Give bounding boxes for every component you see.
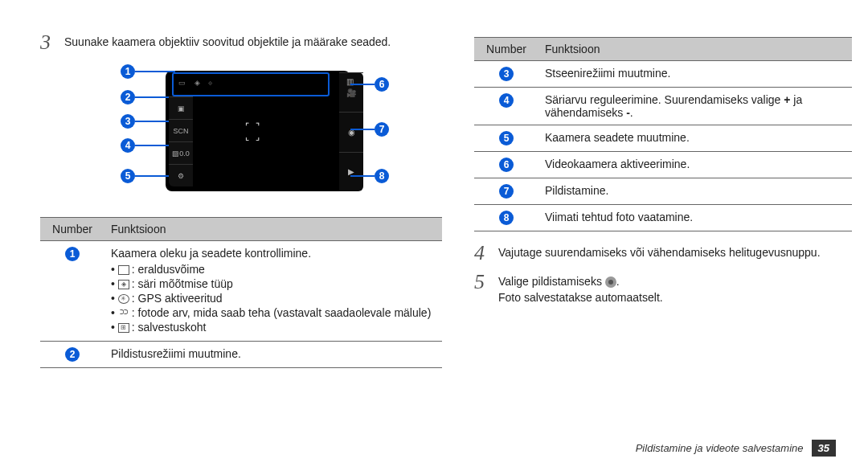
panel-ev-icon: ▨0.0 — [169, 141, 193, 164]
bullet-item: ƆƆ: fotode arv, mida saab teha (vastaval… — [111, 306, 436, 319]
row-number-cell: 6 — [474, 152, 538, 178]
resolution-icon — [118, 265, 129, 275]
footer-section-title: Pildistamine ja videote salvestamine — [636, 442, 804, 454]
panel-ev-value: 0.0 — [179, 149, 190, 158]
number-badge-3: 3 — [499, 67, 514, 81]
row-function-cell: Säriarvu reguleerimine. Suurendamiseks v… — [538, 88, 852, 125]
leader-line — [350, 84, 375, 85]
camera-left-panel: ▣ SCN ▨0.0 ⚙ — [169, 96, 193, 186]
row4-text-c: . — [630, 106, 633, 119]
row-function-cell: Pildistamine. — [538, 178, 852, 205]
row-number-cell: 3 — [474, 61, 538, 88]
step-number: 4 — [474, 243, 490, 264]
callout-3: 3 — [121, 114, 135, 129]
number-badge-4: 4 — [499, 93, 514, 108]
number-badge-6: 6 — [499, 158, 514, 172]
step-3: 3 Suunake kaamera objektiiv soovitud obj… — [40, 32, 442, 53]
table-row: 3 Stseenirežiimi muutmine. — [474, 61, 852, 88]
header-function: Funktsioon — [104, 218, 442, 241]
step-4: 4 Vajutage suurendamiseks või vähendamis… — [474, 243, 852, 264]
leader-line — [135, 175, 169, 177]
header-function: Funktsioon — [538, 38, 852, 61]
bullet-text: : salvestuskoht — [132, 321, 207, 334]
panel-mode-icon: ▣ — [169, 96, 193, 119]
row1-bullets: : eraldusvõime ◈: säri mõõtmise tüüp ✳: … — [111, 263, 436, 334]
row-number-cell: 8 — [474, 205, 538, 231]
callout-8: 8 — [375, 169, 389, 183]
bullet-text: : fotode arv, mida saab teha (vastavalt … — [132, 306, 432, 319]
leader-line — [135, 145, 169, 146]
callout-1: 1 — [121, 64, 135, 79]
bullet-item: ⊞: salvestuskoht — [111, 321, 436, 334]
right-column: Number Funktsioon 3 Stseenirežiimi muutm… — [474, 32, 852, 368]
callout-5: 5 — [121, 169, 135, 183]
leader-line — [135, 71, 175, 72]
step-3-text: Suunake kaamera objektiiv soovitud objek… — [64, 32, 391, 51]
row-number-cell: 4 — [474, 88, 538, 125]
table-row: 6 Videokaamera aktiveerimine. — [474, 152, 852, 178]
row-function-cell: Pildistusrežiimi muutmine. — [104, 342, 442, 368]
number-badge-2: 2 — [65, 347, 80, 362]
footer-page-number: 35 — [812, 440, 836, 457]
shots-remaining-icon: ƆƆ — [118, 309, 129, 318]
right-function-table: Number Funktsioon 3 Stseenirežiimi muutm… — [474, 37, 852, 231]
step-number: 5 — [474, 272, 490, 293]
table-row: 8 Viimati tehtud foto vaatamine. — [474, 205, 852, 231]
row-function-cell: Viimati tehtud foto vaatamine. — [538, 205, 852, 231]
step-5: 5 Valige pildistamiseks . Foto salvestat… — [474, 272, 852, 305]
bullet-text: : GPS aktiveeritud — [132, 292, 223, 305]
header-number: Number — [40, 218, 104, 241]
bullet-item: ✳: GPS aktiveeritud — [111, 292, 436, 305]
bullet-text: : eraldusvõime — [132, 263, 205, 276]
number-badge-7: 7 — [499, 184, 514, 199]
table-row: 2 Pildistusrežiimi muutmine. — [40, 342, 442, 368]
focus-brackets-icon: ⌜ ⌝⌞ ⌟ — [233, 117, 273, 146]
number-badge-8: 8 — [499, 211, 514, 225]
row-function-cell: Videokaamera aktiveerimine. — [538, 152, 852, 178]
row-function-cell: Kaamera oleku ja seadete kontrollimine. … — [104, 241, 442, 342]
callout-7: 7 — [375, 122, 389, 137]
row-number-cell: 5 — [474, 125, 538, 152]
storage-icon: ⊞ — [118, 323, 129, 333]
panel-shutter-icon: ◉ — [339, 112, 363, 151]
panel-scn-label: SCN — [169, 119, 193, 141]
page-footer: Pildistamine ja videote salvestamine 35 — [636, 440, 836, 457]
table-row: 7 Pildistamine. — [474, 178, 852, 205]
camera-right-panel: 🎥 ◉ ▶ — [339, 72, 363, 191]
bullet-text: : säri mõõtmise tüüp — [132, 277, 233, 290]
row4-text-a: Säriarvu reguleerimine. Suurendamiseks v… — [545, 93, 784, 106]
left-function-table: Number Funktsioon 1 Kaamera oleku ja sea… — [40, 217, 442, 368]
status-icons: ▭ ◈ ⟐ — [178, 79, 215, 87]
step5-text-b: Foto salvestatakse automaatselt. — [498, 291, 663, 304]
page-content: 3 Suunake kaamera objektiiv soovitud obj… — [0, 0, 868, 384]
row-function-cell: Kaamera seadete muutmine. — [538, 125, 852, 152]
step-number: 3 — [40, 32, 56, 53]
callout-2: 2 — [121, 90, 135, 104]
leader-line — [135, 121, 169, 122]
header-number: Number — [474, 38, 538, 61]
table-header-row: Number Funktsioon — [474, 38, 852, 61]
gps-icon: ✳ — [118, 294, 129, 304]
left-column: 3 Suunake kaamera objektiiv soovitud obj… — [40, 32, 442, 368]
leader-line — [135, 96, 169, 98]
shutter-button-icon — [605, 276, 616, 288]
leader-line — [350, 129, 375, 130]
bullet-item: : eraldusvõime — [111, 263, 436, 276]
number-badge-1: 1 — [65, 247, 80, 261]
panel-settings-icon: ⚙ — [169, 164, 193, 186]
bullet-item: ◈: säri mõõtmise tüüp — [111, 277, 436, 290]
row-number-cell: 2 — [40, 342, 104, 368]
step-5-text: Valige pildistamiseks . Foto salvestatak… — [498, 272, 663, 305]
metering-icon: ◈ — [118, 280, 129, 289]
callout-4: 4 — [121, 138, 135, 153]
row-number-cell: 1 — [40, 241, 104, 342]
step5-text-a: Valige pildistamiseks — [498, 275, 605, 288]
camera-diagram: ▣ SCN ▨0.0 ⚙ 🎥 ◉ ▶ ▭ ◈ ⟐ ▥ ⌜ ⌝⌞ ⌟ 1 2 3 … — [88, 61, 410, 206]
table-header-row: Number Funktsioon — [40, 218, 442, 241]
row-function-cell: Stseenirežiimi muutmine. — [538, 61, 852, 88]
leader-line — [350, 175, 375, 177]
table-row: 5 Kaamera seadete muutmine. — [474, 125, 852, 152]
table-row: 4 Säriarvu reguleerimine. Suurendamiseks… — [474, 88, 852, 125]
step-4-text: Vajutage suurendamiseks või vähendamisek… — [498, 243, 821, 261]
panel-play-icon: ▶ — [339, 152, 363, 191]
